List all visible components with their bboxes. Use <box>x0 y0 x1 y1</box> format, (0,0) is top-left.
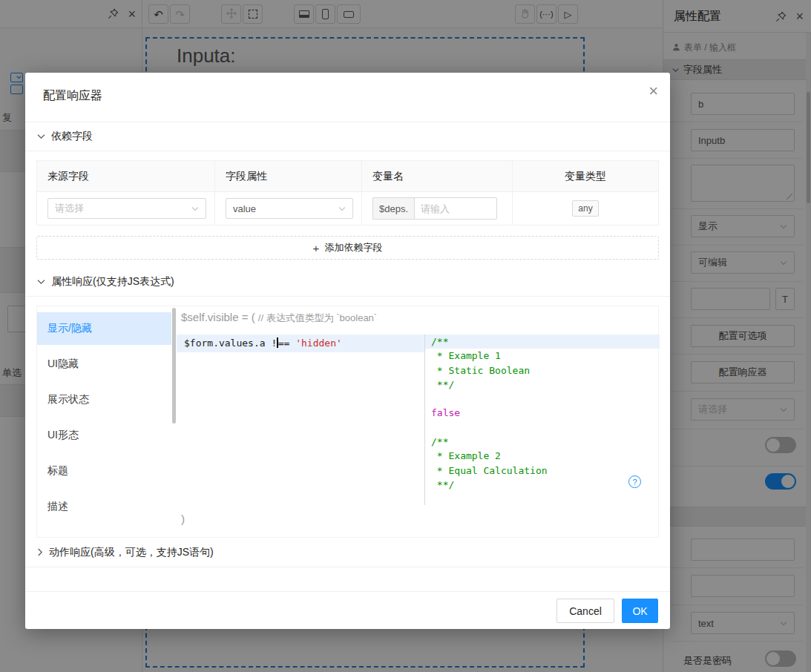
section-dependencies[interactable]: 依赖字段 <box>25 122 670 151</box>
reactions-editor-container: 显示/隐藏 UI隐藏 展示状态 UI形态 标题 描述 $self.visible… <box>36 306 659 538</box>
tab-ui-hidden[interactable]: UI隐藏 <box>37 348 171 381</box>
tab-title[interactable]: 标题 <box>37 455 171 487</box>
variable-prefix: $deps. <box>372 197 414 220</box>
field-prop-value: value <box>233 203 256 214</box>
variable-name-input[interactable] <box>414 197 497 220</box>
expression-header-code: $self.visible = ( <box>181 311 258 323</box>
tab-ui-pattern[interactable]: UI形态 <box>37 419 171 452</box>
section-action-reactions[interactable]: 动作响应(高级，可选，支持JS语句) <box>25 538 670 567</box>
variable-name-group: $deps. <box>372 197 497 220</box>
code-comment-line: /** <box>425 335 660 349</box>
code-comment-line: * Example 2 <box>425 449 660 463</box>
code-blank-line <box>425 421 660 435</box>
table-header-row: 来源字段 字段属性 变量名 变量类型 <box>37 161 658 192</box>
col-header-var: 变量名 <box>362 161 513 191</box>
section-dependencies-label: 依赖字段 <box>51 130 93 143</box>
tab-display-state[interactable]: 展示状态 <box>37 383 171 416</box>
cancel-button[interactable]: Cancel <box>556 599 614 623</box>
code-editor-right[interactable]: /** * Example 1 * Static Boolean **/ fal… <box>425 335 660 492</box>
section-action-reactions-label: 动作响应(高级，可选，支持JS语句) <box>49 546 214 559</box>
closing-paren: ) <box>181 513 185 525</box>
add-dependency-button[interactable]: + 添加依赖字段 <box>36 236 659 260</box>
table-row: 请选择 value $deps. a <box>37 192 658 225</box>
chevron-down-icon <box>191 206 199 211</box>
tab-visible-hidden[interactable]: 显示/隐藏 <box>37 312 171 345</box>
code-comment-line: **/ <box>425 378 660 392</box>
code-comment-line: **/ <box>425 478 660 492</box>
code-text: == <box>278 337 295 349</box>
code-blank-line <box>425 392 660 406</box>
chevron-down-icon <box>37 134 45 139</box>
expression-header: $self.visible = ( // 表达式值类型为 `boolean` <box>181 311 377 325</box>
modal-footer: Cancel OK <box>25 591 670 629</box>
tabs-scrollbar-thumb[interactable] <box>172 308 176 424</box>
source-field-placeholder: 请选择 <box>55 202 84 215</box>
chevron-down-icon <box>37 279 45 285</box>
configure-reactions-modal: 配置响应器 × 依赖字段 来源字段 字段属性 变量名 变量类型 请选择 <box>25 73 670 629</box>
col-header-prop: 字段属性 <box>215 161 362 191</box>
code-comment-line: /** <box>425 435 660 449</box>
col-header-type: 变量类型 <box>513 161 658 191</box>
source-field-select[interactable]: 请选择 <box>47 198 206 219</box>
code-text: $form.values.a ! <box>184 337 277 349</box>
close-icon[interactable]: × <box>649 83 658 99</box>
modal-title: 配置响应器 <box>43 88 102 104</box>
screenshot-stage: × 复 单选 ↶ ↷ <box>0 0 811 672</box>
add-dependency-label: 添加依赖字段 <box>324 241 382 254</box>
code-comment-line: * Static Boolean <box>425 363 660 378</box>
ok-button[interactable]: OK <box>622 599 658 623</box>
expression-header-comment: // 表达式值类型为 `boolean` <box>258 312 377 323</box>
code-atom-line: false <box>425 406 660 420</box>
code-string: 'hidden' <box>295 337 342 349</box>
section-property-reactions[interactable]: 属性响应(仅支持JS表达式) <box>25 267 670 297</box>
code-editor-left[interactable]: $form.values.a !== 'hidden' <box>177 335 424 352</box>
tab-description[interactable]: 描述 <box>37 490 171 523</box>
section-property-reactions-label: 属性响应(仅支持JS表达式) <box>51 275 174 289</box>
chevron-right-icon <box>37 548 43 556</box>
code-comment-line: * Equal Calculation <box>425 464 660 478</box>
chevron-down-icon <box>338 206 346 211</box>
dependencies-table: 来源字段 字段属性 变量名 变量类型 请选择 value <box>36 160 659 225</box>
field-prop-select[interactable]: value <box>226 198 353 219</box>
code-comment-line: * Example 1 <box>425 349 660 363</box>
plus-icon: + <box>313 242 320 254</box>
help-icon[interactable]: ? <box>628 475 641 488</box>
col-header-source: 来源字段 <box>37 161 215 191</box>
variable-type-tag: any <box>572 200 598 217</box>
reaction-tabs: 显示/隐藏 UI隐藏 展示状态 UI形态 标题 描述 <box>37 306 177 537</box>
